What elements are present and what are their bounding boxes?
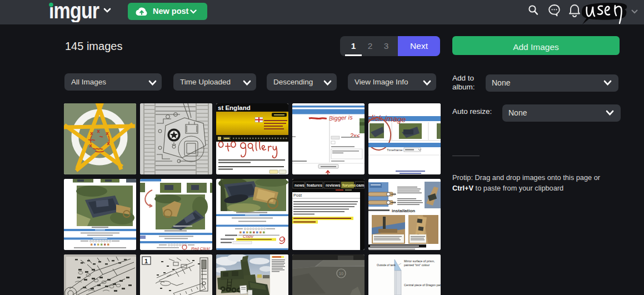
svg-text:Mirror surface of prism,: Mirror surface of prism, <box>404 259 435 263</box>
svg-text:Bigger is: Bigger is <box>328 114 353 122</box>
svg-text:features: features <box>307 183 322 188</box>
svg-text:Post: Post <box>293 193 302 198</box>
svg-text:reviews: reviews <box>326 183 340 188</box>
svg-text:imgur: imgur <box>49 0 99 22</box>
svg-text:Red Click!: Red Click! <box>191 246 211 250</box>
svg-text:news: news <box>294 183 304 188</box>
svg-text:Timeframe:: Timeframe: <box>387 148 403 152</box>
svg-text:10: 10 <box>339 272 343 276</box>
svg-text:painted "tint" colour: painted "tint" colour <box>404 263 430 267</box>
svg-text:Outside of tank: Outside of tank <box>377 263 396 267</box>
svg-text:camp: camp <box>356 183 365 188</box>
svg-text:installation: installation <box>392 208 415 213</box>
svg-text:2x<: 2x< <box>350 132 361 139</box>
svg-text:Central piece of Dragon par: Central piece of Dragon par <box>404 283 441 287</box>
svg-text:1: 1 <box>144 258 148 264</box>
svg-text:st England: st England <box>218 104 251 111</box>
svg-text:forums: forums <box>342 183 356 188</box>
